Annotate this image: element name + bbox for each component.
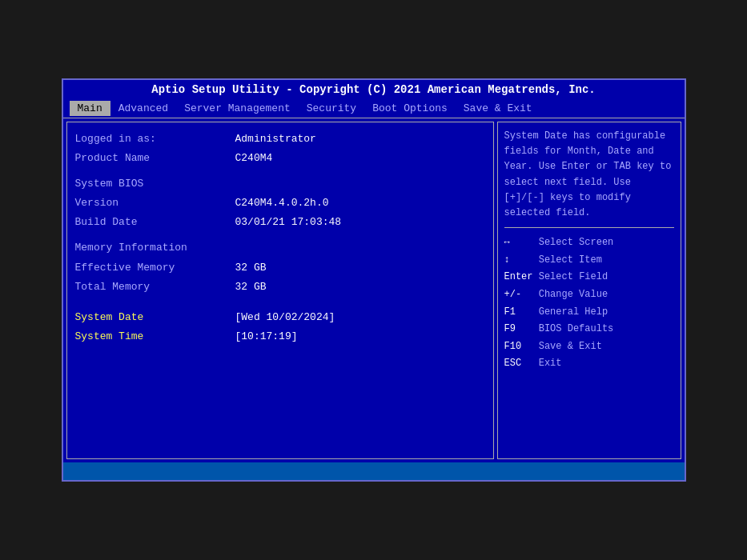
menu-server-management[interactable]: Server Management	[176, 101, 299, 116]
system-date-value[interactable]: [Wed 10/02/2024]	[235, 309, 335, 326]
version-label: Version	[75, 194, 235, 212]
build-date-label: Build Date	[75, 214, 235, 231]
key-plus-minus: +/- Change Value	[504, 286, 674, 304]
system-time-label: System Time	[75, 328, 235, 346]
effective-memory-value: 32 GB	[235, 259, 267, 277]
menu-boot-options[interactable]: Boot Options	[364, 101, 456, 116]
key-select-item: ↕ Select Item	[504, 252, 674, 270]
bios-window: Aptio Setup Utility - Copyright (C) 2021…	[62, 78, 686, 482]
menu-main[interactable]: Main	[70, 101, 110, 116]
side-panel: System Date has configurable fields for …	[497, 122, 681, 459]
logged-in-value: Administrator	[235, 130, 316, 148]
version-value: C240M4.4.0.2h.0	[235, 194, 329, 212]
system-time-value[interactable]: [10:17:19]	[235, 328, 298, 346]
total-memory-label: Total Memory	[75, 278, 235, 296]
product-name-value: C240M4	[235, 150, 273, 167]
key-f1: F1 General Help	[504, 304, 674, 322]
product-name-label: Product Name	[75, 150, 235, 167]
key-f9: F9 BIOS Defaults	[504, 321, 674, 338]
menu-security[interactable]: Security	[299, 101, 364, 116]
content-area: Logged in as: Administrator Product Name…	[63, 118, 685, 462]
logged-in-row: Logged in as: Administrator	[75, 130, 485, 148]
logged-in-label: Logged in as:	[75, 130, 235, 148]
system-bios-header: System BIOS	[75, 175, 485, 193]
effective-memory-row: Effective Memory 32 GB	[75, 259, 485, 277]
keymap: ↔ Select Screen ↕ Select Item Enter Sele…	[504, 234, 674, 373]
title-text: Aptio Setup Utility - Copyright (C) 2021…	[151, 83, 596, 96]
total-memory-value: 32 GB	[235, 278, 267, 296]
build-date-row: Build Date 03/01/21 17:03:48	[75, 214, 485, 231]
system-date-label: System Date	[75, 309, 235, 326]
total-memory-row: Total Memory 32 GB	[75, 278, 485, 296]
key-select-screen: ↔ Select Screen	[504, 234, 674, 252]
help-text: System Date has configurable fields for …	[504, 129, 674, 228]
menu-advanced[interactable]: Advanced	[110, 101, 176, 116]
key-esc: ESC Exit	[504, 355, 674, 373]
product-name-row: Product Name C240M4	[75, 150, 485, 167]
title-bar: Aptio Setup Utility - Copyright (C) 2021…	[63, 80, 685, 99]
menu-save-exit[interactable]: Save & Exit	[456, 101, 540, 116]
effective-memory-label: Effective Memory	[75, 259, 235, 277]
menu-bar: Main Advanced Server Management Security…	[63, 99, 685, 118]
key-enter: Enter Select Field	[504, 269, 674, 286]
build-date-value: 03/01/21 17:03:48	[235, 214, 342, 231]
system-date-row[interactable]: System Date [Wed 10/02/2024]	[75, 309, 485, 326]
key-f10: F10 Save & Exit	[504, 338, 674, 356]
memory-info-header: Memory Information	[75, 239, 485, 257]
main-panel: Logged in as: Administrator Product Name…	[66, 122, 494, 459]
system-time-row[interactable]: System Time [10:17:19]	[75, 328, 485, 346]
bottom-bar	[63, 462, 685, 480]
version-row: Version C240M4.4.0.2h.0	[75, 194, 485, 212]
